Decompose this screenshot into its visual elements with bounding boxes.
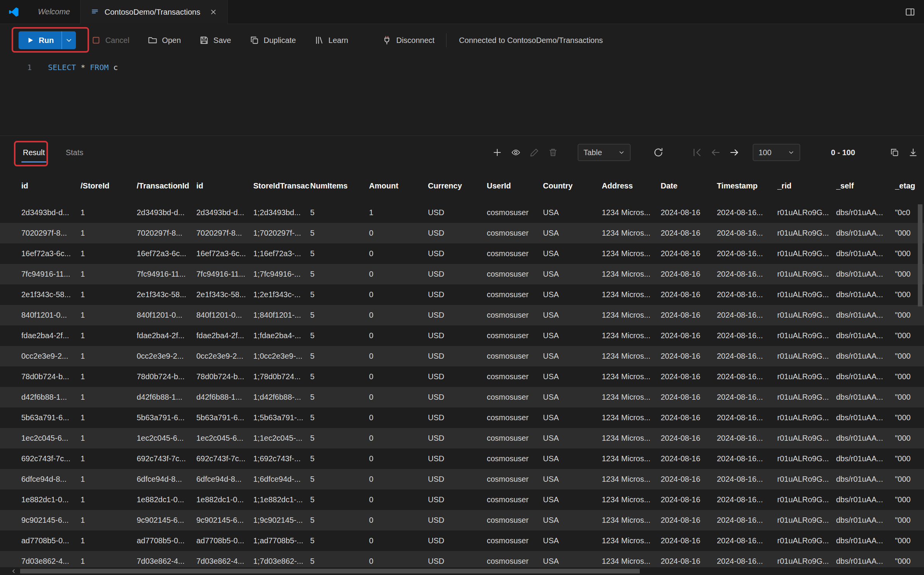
horizontal-scrollbar[interactable] <box>20 569 640 573</box>
table-cell: 5 <box>310 229 369 238</box>
table-cell: 6dfce94d-8... <box>196 475 253 484</box>
save-button[interactable]: Save <box>190 30 240 51</box>
cancel-button-label: Cancel <box>105 36 129 45</box>
page-size-select[interactable]: 100 <box>753 144 800 161</box>
column-header-id[interactable]: id <box>21 181 81 190</box>
view-mode-select[interactable]: Table <box>578 144 630 161</box>
result-range-label: 0 - 100 <box>831 148 855 157</box>
scroll-left-arrow-icon[interactable] <box>11 568 17 574</box>
query-editor[interactable]: 1 SELECT*FROMc <box>0 56 924 135</box>
table-cell: 1;fdae2ba4-... <box>253 331 310 340</box>
table-row[interactable]: 1e882dc1-0...11e882dc1-0...1e882dc1-0...… <box>0 489 924 510</box>
previous-page-button[interactable] <box>707 144 724 161</box>
table-cell: 1e882dc1-0... <box>196 495 253 504</box>
table-cell: 5 <box>310 393 369 402</box>
table-cell: 5 <box>310 475 369 484</box>
tab-welcome[interactable]: Welcome <box>28 0 81 24</box>
table-cell: "000 <box>895 454 924 463</box>
vertical-scrollbar[interactable] <box>918 204 922 306</box>
column-header-storeidtransac[interactable]: StoreIdTransac <box>253 181 310 190</box>
column-header-transactionid[interactable]: /TransactionId <box>137 181 196 190</box>
table-row[interactable]: 6dfce94d-8...16dfce94d-8...6dfce94d-8...… <box>0 469 924 489</box>
table-row[interactable]: fdae2ba4-2f...1fdae2ba4-2f...fdae2ba4-2f… <box>0 325 924 346</box>
table-cell: d42f6b88-1... <box>137 393 196 402</box>
first-page-button[interactable] <box>689 144 706 161</box>
table-row[interactable]: 7020297f-8...17020297f-8...7020297f-8...… <box>0 223 924 243</box>
table-cell: "000 <box>895 413 924 422</box>
table-cell: 2024-08-16... <box>717 495 777 504</box>
view-item-button[interactable] <box>507 144 524 161</box>
column-header-rid[interactable]: _rid <box>777 181 836 190</box>
column-header-id[interactable]: id <box>196 181 253 190</box>
table-cell: 840f1201-0... <box>196 311 253 320</box>
table-cell: 1;9c902145-... <box>253 516 310 525</box>
column-header-amount[interactable]: Amount <box>369 181 428 190</box>
table-cell: 2024-08-16 <box>661 413 717 422</box>
run-options-chevron-icon[interactable] <box>62 31 76 49</box>
table-row[interactable]: ad7708b5-0...1ad7708b5-0...ad7708b5-0...… <box>0 531 924 551</box>
table-row[interactable]: 840f1201-0...1840f1201-0...840f1201-0...… <box>0 305 924 325</box>
tab-result[interactable]: Result <box>21 143 46 163</box>
table-row[interactable]: 9c902145-6...19c902145-6...9c902145-6...… <box>0 510 924 531</box>
table-cell: 1 <box>81 270 137 279</box>
table-cell: USD <box>428 290 487 299</box>
table-cell: dbs/r01uAA... <box>836 536 895 545</box>
duplicate-button[interactable]: Duplicate <box>240 30 305 51</box>
column-header-currency[interactable]: Currency <box>428 181 487 190</box>
column-header-country[interactable]: Country <box>543 181 602 190</box>
table-row[interactable]: 2d3493bd-d...12d3493bd-d...2d3493bd-d...… <box>0 202 924 223</box>
table-cell: r01uALRo9G... <box>777 229 836 238</box>
table-cell: 1234 Micros... <box>602 208 661 217</box>
column-header-date[interactable]: Date <box>661 181 717 190</box>
refresh-button[interactable] <box>650 144 667 161</box>
table-cell: USD <box>428 229 487 238</box>
table-cell: ad7708b5-0... <box>137 536 196 545</box>
run-button[interactable]: Run <box>19 31 76 49</box>
table-row[interactable]: 7fc94916-11...17fc94916-11...7fc94916-11… <box>0 264 924 284</box>
table-cell: 1 <box>81 434 137 443</box>
table-row[interactable]: 2e1f343c-58...12e1f343c-58...2e1f343c-58… <box>0 284 924 305</box>
cancel-button[interactable]: Cancel <box>82 30 139 51</box>
download-results-button[interactable] <box>905 144 922 161</box>
table-cell: 2024-08-16... <box>717 270 777 279</box>
table-cell: 7fc94916-11... <box>137 270 196 279</box>
table-cell: 1234 Micros... <box>602 434 661 443</box>
tab-contosodemo-transactions[interactable]: ContosoDemo/Transactions <box>81 0 228 24</box>
tab-stats[interactable]: Stats <box>64 143 85 163</box>
table-cell: 5 <box>310 352 369 361</box>
table-row[interactable]: 16ef72a3-6c...116ef72a3-6c...16ef72a3-6c… <box>0 243 924 264</box>
table-row[interactable]: 692c743f-7c...1692c743f-7c...692c743f-7c… <box>0 448 924 469</box>
table-body: 2d3493bd-d...12d3493bd-d...2d3493bd-d...… <box>0 202 924 572</box>
table-row[interactable]: 78d0b724-b...178d0b724-b...78d0b724-b...… <box>0 366 924 387</box>
table-cell: r01uALRo9G... <box>777 413 836 422</box>
column-header-timestamp[interactable]: Timestamp <box>717 181 777 190</box>
column-header-etag[interactable]: _etag <box>895 181 924 190</box>
column-header-self[interactable]: _self <box>836 181 895 190</box>
table-cell: 2d3493bd-d... <box>137 208 196 217</box>
table-cell: 0 <box>369 352 428 361</box>
column-header-address[interactable]: Address <box>602 181 661 190</box>
table-row[interactable]: 1ec2c045-6...11ec2c045-6...1ec2c045-6...… <box>0 428 924 448</box>
column-header-numitems[interactable]: NumItems <box>310 181 369 190</box>
next-page-button[interactable] <box>726 144 743 161</box>
split-editor-icon[interactable] <box>896 0 924 24</box>
duplicate-button-label: Duplicate <box>264 36 296 45</box>
table-cell: r01uALRo9G... <box>777 290 836 299</box>
learn-button[interactable]: Learn <box>305 30 357 51</box>
table-row[interactable]: 5b63a791-6...15b63a791-6...5b63a791-6...… <box>0 407 924 428</box>
table-row[interactable]: d42f6b88-1...1d42f6b88-1...d42f6b88-1...… <box>0 387 924 407</box>
column-header-storeid[interactable]: /StoreId <box>81 181 137 190</box>
table-row[interactable]: 0cc2e3e9-2...10cc2e3e9-2...0cc2e3e9-2...… <box>0 346 924 366</box>
copy-results-button[interactable] <box>886 144 903 161</box>
close-tab-icon[interactable] <box>210 8 217 16</box>
table-cell: 1 <box>81 352 137 361</box>
disconnect-button[interactable]: Disconnect <box>373 30 444 51</box>
delete-item-button[interactable] <box>544 144 562 161</box>
table-cell: 1;1ec2c045-... <box>253 434 310 443</box>
edit-item-button[interactable] <box>526 144 543 161</box>
column-header-userid[interactable]: UserId <box>487 181 543 190</box>
open-button[interactable]: Open <box>139 30 190 51</box>
add-item-button[interactable] <box>489 144 506 161</box>
table-cell: USD <box>428 208 487 217</box>
table-cell: "000 <box>895 536 924 545</box>
